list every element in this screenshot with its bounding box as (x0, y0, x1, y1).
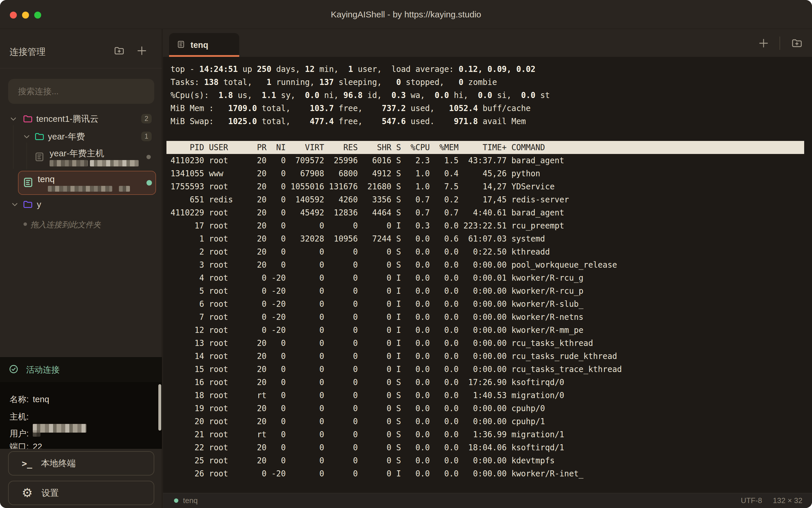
redacted-host-value (33, 424, 86, 433)
plus-icon (758, 37, 769, 49)
terminal-session-icon (177, 40, 185, 50)
process-row: 25 root 20 0 0 0 0 S 0.0 0.0 0:00.00 kde… (171, 454, 812, 467)
process-row: 17 root 20 0 0 0 0 I 0.3 0.0 223:22.51 r… (171, 219, 812, 232)
add-connection-button[interactable] (135, 45, 148, 58)
terminal-table-header: PID USER PR NI VIRT RES SHR S %CPU %MEM … (166, 141, 804, 154)
folder-label: year-年费 (48, 132, 85, 141)
active-connections-header: 活动连接 (0, 357, 162, 383)
connection-icon (34, 151, 45, 164)
process-row: 20 root 20 0 0 0 0 S 0.0 0.0 0:00.00 cpu… (171, 415, 812, 428)
sidebar-item-tenq-connection[interactable]: tenq (18, 171, 156, 195)
gear-icon: ⚙ (22, 487, 33, 499)
detail-user-row: 用户: (9, 429, 40, 438)
process-row: 14 root 20 0 0 0 0 I 0.0 0.0 0:00.00 rcu… (171, 350, 812, 363)
sidebar-item-tencent-folder[interactable]: tencent1-腾讯云 2 (6, 111, 157, 126)
folder-label: y (37, 200, 41, 209)
redacted-user-value (33, 430, 40, 437)
process-row: 1341055 www 20 0 67908 6800 4912 S 1.0 0… (171, 167, 812, 180)
new-tab-button[interactable] (757, 37, 770, 50)
folder-icon (23, 114, 33, 125)
statusbar: tenq UTF-8 132 × 32 (163, 493, 812, 508)
active-connections-title: 活动连接 (26, 364, 60, 376)
app-window: KayingAIShell - by https://kaying.studio… (0, 0, 812, 508)
process-row: 4 root 0 -20 0 0 0 I 0.0 0.0 0:00.01 kwo… (171, 271, 812, 285)
divider (0, 68, 162, 69)
user-label: 用户: (9, 429, 29, 438)
open-folder-button[interactable] (790, 37, 804, 50)
port-label: 端口: (9, 441, 29, 449)
local-terminal-label: 本地终端 (41, 458, 76, 469)
detail-port-row: 端口: 22 (9, 441, 42, 449)
top-summary: top - 14:24:51 up 250 days, 12 min, 1 us… (171, 62, 812, 128)
bullet-dot-icon (24, 222, 27, 226)
new-folder-button[interactable] (113, 45, 126, 58)
statusbar-encoding: UTF-8 (741, 496, 762, 505)
connection-icon (22, 177, 34, 189)
terminal-prompt-icon: >_ (22, 458, 32, 469)
local-terminal-button[interactable]: >_ 本地终端 (8, 451, 154, 475)
connection-details-panel: 名称: tenq 主机: 用户: 端口: 22 (0, 383, 162, 449)
terminal-line: MiB Mem : 1709.0 total, 103.7 free, 737.… (171, 102, 812, 115)
process-row: 13 root 20 0 0 0 0 I 0.0 0.0 0:00.00 rcu… (171, 337, 812, 350)
process-row: 22 root 20 0 0 0 0 S 0.0 0.0 18:04.06 ks… (171, 441, 812, 454)
toolbar-divider (779, 37, 780, 50)
redacted-subtitle (48, 186, 112, 192)
terminal-line: Tasks: 138 total, 1 running, 137 sleepin… (171, 76, 812, 89)
connection-label: year-年费主机 (50, 149, 104, 158)
redacted-subtitle (50, 160, 88, 166)
titlebar: KayingAIShell - by https://kaying.studio (0, 0, 812, 29)
process-row: 1755593 root 20 0 1055016 131676 21680 S… (171, 180, 812, 193)
folder-count-badge: 1 (141, 132, 152, 141)
process-row: 1 root 20 0 32028 10956 7244 S 0.0 0.6 6… (171, 232, 812, 245)
sidebar-item-year-host-connection[interactable]: year-年费主机 (6, 144, 157, 170)
detail-host-row: 主机: (9, 412, 86, 422)
statusbar-connection-label: tenq (183, 496, 198, 505)
process-row: 7 root 0 -20 0 0 0 I 0.0 0.0 0:00.00 kwo… (171, 310, 812, 324)
process-row: 16 root 20 0 0 0 0 S 0.0 0.0 17:26.90 ks… (171, 376, 812, 389)
window-title: KayingAIShell - by https://kaying.studio (0, 0, 812, 29)
tabbar: tenq (163, 29, 812, 57)
process-row: 18 root rt 0 0 0 0 S 0.0 0.0 1:40.53 mig… (171, 389, 812, 402)
folder-count-badge: 2 (141, 114, 152, 124)
chevron-down-icon[interactable] (11, 201, 18, 209)
process-row: 4110229 root 20 0 45492 12836 4464 S 0.7… (171, 206, 812, 219)
detail-name-row: 名称: tenq (9, 394, 49, 404)
process-row: 3 root 20 0 0 0 0 S 0.0 0.0 0:00.00 pool… (171, 258, 812, 271)
process-table: 4110230 root 20 0 709572 25996 6016 S 2.… (171, 154, 812, 480)
sidebar-item-y-folder[interactable]: y (6, 197, 157, 212)
host-label: 主机: (9, 412, 29, 422)
drop-hint: 拖入连接到此文件夹 (6, 217, 157, 232)
folder-plus-icon (114, 45, 125, 57)
folder-plus-icon (791, 37, 803, 49)
statusbar-terminal-size: 132 × 32 (773, 496, 803, 505)
chevron-down-icon[interactable] (23, 133, 31, 141)
connection-label: tenq (38, 174, 54, 184)
terminal-output[interactable]: top - 14:24:51 up 250 days, 12 min, 1 us… (163, 57, 812, 493)
connected-dot-icon (174, 499, 178, 503)
process-row: 651 redis 20 0 140592 4260 3356 S 0.7 0.… (171, 193, 812, 206)
process-row: 2 root 20 0 0 0 0 S 0.0 0.0 0:22.50 kthr… (171, 245, 812, 258)
search-input[interactable] (8, 79, 154, 104)
check-circle-icon (9, 364, 18, 376)
process-row: 21 root rt 0 0 0 0 S 0.0 0.0 1:36.99 mig… (171, 428, 812, 441)
process-row: 19 root 20 0 0 0 0 S 0.0 0.0 0:00.00 cpu… (171, 402, 812, 415)
sidebar-item-year-folder[interactable]: year-年费 1 (6, 129, 157, 144)
plus-icon (136, 45, 147, 58)
redacted-subtitle (90, 160, 139, 166)
process-row: 4110230 root 20 0 709572 25996 6016 S 2.… (171, 154, 812, 167)
drop-hint-label: 拖入连接到此文件夹 (31, 219, 101, 230)
tab-tenq[interactable]: tenq (169, 33, 239, 57)
status-dot (146, 180, 152, 185)
chevron-down-icon[interactable] (9, 115, 17, 124)
redacted-subtitle (119, 186, 130, 192)
scrollbar[interactable] (158, 384, 161, 431)
sidebar: 连接管理 tencent1-腾讯云 2 (0, 29, 162, 508)
port-value: 22 (33, 441, 42, 449)
settings-label: 设置 (41, 487, 59, 499)
settings-button[interactable]: ⚙ 设置 (8, 481, 154, 505)
terminal-line: top - 14:24:51 up 250 days, 12 min, 1 us… (171, 62, 812, 76)
name-label: 名称: (9, 394, 29, 404)
name-value: tenq (33, 394, 49, 404)
process-row: 26 root 0 -20 0 0 0 I 0.0 0.0 0:00.00 kw… (171, 467, 812, 480)
terminal-line: MiB Swap: 1025.0 total, 477.4 free, 547.… (171, 115, 812, 128)
